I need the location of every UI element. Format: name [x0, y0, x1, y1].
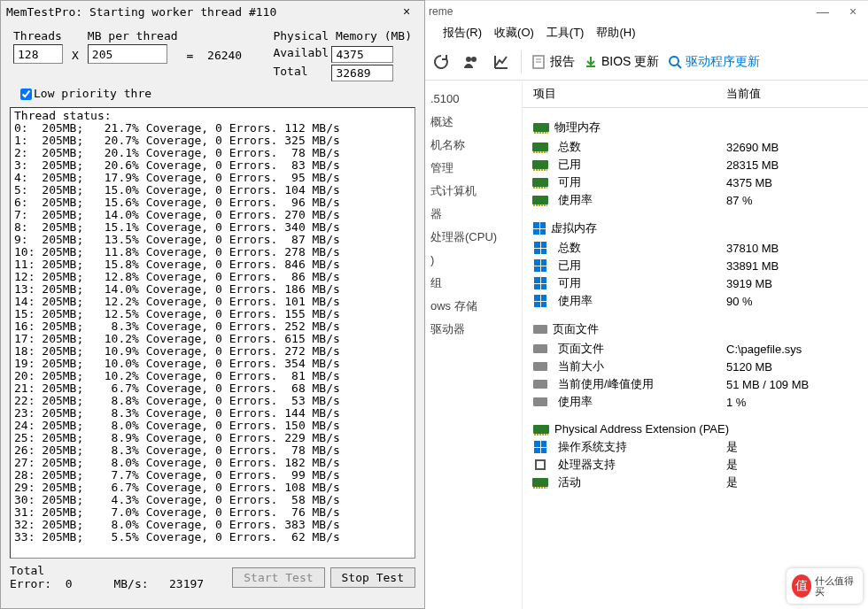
- chart-icon[interactable]: [491, 51, 512, 73]
- threads-input[interactable]: [13, 44, 63, 64]
- row-label: 使用率: [558, 394, 726, 410]
- info-row[interactable]: 已用33891 MB: [523, 257, 868, 274]
- watermark-text: 什么值得买: [815, 575, 857, 597]
- row-label: 使用率: [558, 293, 726, 309]
- phys-mem-header: Physical Memory (MB): [273, 29, 412, 42]
- tree-item[interactable]: 器: [430, 203, 520, 226]
- hdd-icon: [533, 344, 547, 353]
- users-icon[interactable]: [461, 51, 482, 73]
- memtest-window: MemTestPro: Starting worker thread #110 …: [0, 0, 425, 609]
- right-panel: 项目 当前值 物理内存总数32690 MB已用28315 MB可用4375 MB…: [523, 81, 868, 609]
- info-row[interactable]: 当前使用/峰值使用51 MB / 109 MB: [523, 375, 868, 393]
- row-value: 51 MB / 109 MB: [726, 378, 868, 391]
- close-icon[interactable]: ×: [394, 4, 419, 19]
- info-window: reme — × 报告(R)收藏(O)工具(T)帮助(H) 报告 BIOS 更新…: [425, 0, 868, 609]
- windows-icon: [534, 242, 546, 254]
- svg-point-5: [670, 57, 678, 66]
- row-label: 已用: [558, 157, 726, 173]
- tree-item[interactable]: 概述: [430, 111, 520, 134]
- ram-icon: [532, 160, 548, 169]
- ram-icon: [532, 178, 548, 187]
- info-row[interactable]: 活动是: [523, 474, 868, 491]
- row-value: 87 %: [726, 194, 868, 207]
- info-row[interactable]: 已用28315 MB: [523, 156, 868, 173]
- available-label: Availabl: [273, 46, 331, 63]
- ram-icon: [532, 196, 548, 204]
- row-label: 总数: [558, 240, 726, 256]
- hdd-icon: [533, 362, 547, 371]
- info-row[interactable]: 使用率87 %: [523, 191, 868, 209]
- tree-item[interactable]: 驱动器: [430, 318, 520, 341]
- row-value: 33891 MB: [726, 259, 868, 273]
- row-value: 90 %: [726, 295, 868, 308]
- menu-item[interactable]: 工具(T): [546, 25, 585, 41]
- menu-item[interactable]: 收藏(O): [494, 25, 534, 41]
- titlebar[interactable]: MemTestPro: Starting worker thread #110 …: [1, 1, 424, 22]
- threads-label: Threads: [13, 29, 63, 42]
- toolbar: 报告 BIOS 更新 驱动程序更新: [425, 43, 868, 81]
- row-value: 3919 MB: [726, 277, 868, 290]
- tree-item[interactable]: 机名称: [430, 134, 520, 157]
- group-title: Physical Address Extension (PAE): [523, 420, 868, 438]
- mb-per-thread-input[interactable]: [88, 44, 167, 64]
- row-value: 4375 MB: [726, 176, 868, 189]
- svg-point-1: [471, 57, 477, 62]
- menu-item[interactable]: 帮助(H): [596, 25, 635, 41]
- watermark-icon: 值: [792, 574, 811, 597]
- row-value: 37810 MB: [726, 242, 868, 255]
- thread-status-box[interactable]: Thread status: 0: 205MB; 21.7% Coverage,…: [10, 107, 415, 559]
- info-row[interactable]: 页面文件C:\pagefile.sys: [523, 340, 868, 358]
- row-value: 是: [726, 439, 868, 455]
- info-row[interactable]: 可用3919 MB: [523, 274, 868, 292]
- right-title-suffix: reme: [429, 5, 453, 18]
- info-row[interactable]: 总数32690 MB: [523, 138, 868, 156]
- ram-icon: [533, 425, 549, 434]
- tree-item[interactable]: ows 存储: [430, 295, 520, 318]
- cpu-icon: [535, 459, 546, 470]
- stop-test-button[interactable]: Stop Test: [330, 567, 415, 588]
- row-label: 操作系统支持: [558, 439, 726, 455]
- ram-icon: [533, 123, 549, 132]
- info-row[interactable]: 使用率1 %: [523, 393, 868, 411]
- bios-update-button[interactable]: BIOS 更新: [584, 54, 659, 70]
- info-row[interactable]: 可用4375 MB: [523, 173, 868, 191]
- windows-icon: [534, 295, 546, 307]
- svg-point-0: [466, 57, 471, 62]
- start-test-button[interactable]: Start Test: [232, 567, 324, 588]
- low-priority-checkbox[interactable]: Low priority thre: [20, 87, 151, 100]
- menu-item[interactable]: 报告(R): [443, 25, 482, 41]
- group-title: 页面文件: [523, 319, 868, 340]
- driver-update-button[interactable]: 驱动程序更新: [668, 54, 760, 70]
- windows-icon: [534, 441, 546, 453]
- row-label: 当前使用/峰值使用: [558, 376, 726, 392]
- row-label: 可用: [558, 174, 726, 190]
- tree-item[interactable]: .5100: [430, 88, 520, 111]
- tree-item[interactable]: 管理: [430, 157, 520, 180]
- row-value: 5120 MB: [726, 360, 868, 374]
- row-value: 是: [726, 457, 868, 473]
- row-value: 1 %: [726, 396, 868, 409]
- row-label: 页面文件: [558, 341, 726, 357]
- tree-item[interactable]: 处理器(CPU): [430, 226, 520, 249]
- window-title: MemTestPro: Starting worker thread #110: [6, 5, 394, 19]
- info-row[interactable]: 操作系统支持是: [523, 438, 868, 456]
- info-row[interactable]: 总数37810 MB: [523, 239, 868, 257]
- info-row[interactable]: 处理器支持是: [523, 456, 868, 474]
- close-icon[interactable]: ×: [838, 4, 868, 19]
- report-button[interactable]: 报告: [531, 54, 575, 70]
- ram-icon: [532, 143, 548, 151]
- windows-icon: [533, 222, 546, 235]
- left-tree[interactable]: .5100概述机名称管理式计算机器处理器(CPU))组ows 存储驱动器: [425, 81, 523, 609]
- minimize-icon[interactable]: —: [808, 4, 838, 19]
- tree-item[interactable]: ): [430, 249, 520, 272]
- hdd-icon: [533, 325, 547, 334]
- info-row[interactable]: 当前大小5120 MB: [523, 358, 868, 375]
- tree-item[interactable]: 式计算机: [430, 180, 520, 203]
- group-title: 物理内存: [523, 117, 868, 138]
- refresh-icon[interactable]: [430, 51, 452, 73]
- right-titlebar[interactable]: reme — ×: [425, 1, 868, 22]
- tree-item[interactable]: 组: [430, 272, 520, 295]
- info-row[interactable]: 使用率90 %: [523, 292, 868, 310]
- ram-icon: [532, 478, 548, 487]
- row-value: 是: [726, 474, 868, 490]
